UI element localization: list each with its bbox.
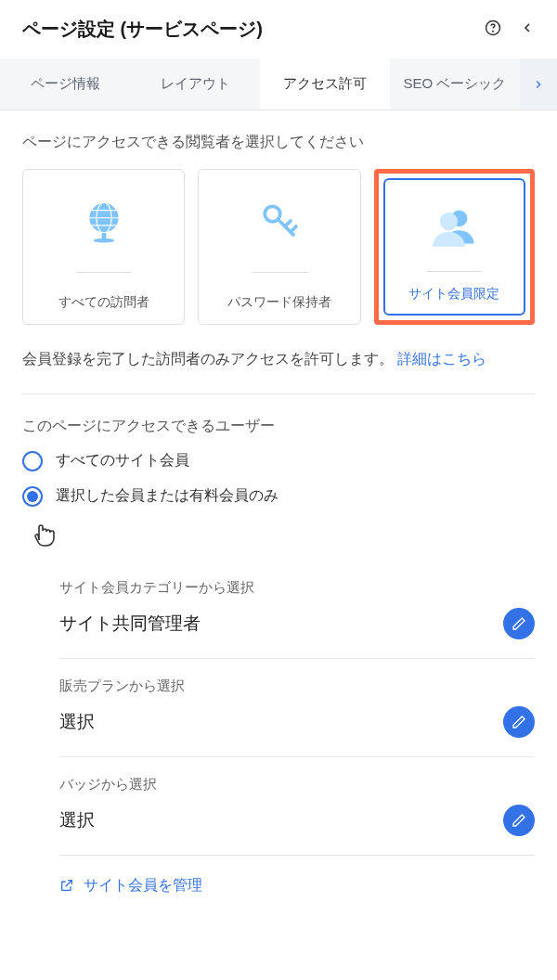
- tabs-next-icon[interactable]: [520, 58, 557, 110]
- selector-caption: サイト会員カテゴリーから選択: [59, 579, 535, 597]
- access-description: 会員登録を完了した訪問者のみアクセスを許可します。 詳細はこちら: [22, 347, 535, 394]
- edit-button[interactable]: [503, 706, 535, 738]
- svg-point-13: [440, 213, 458, 230]
- member-selectors: サイト会員カテゴリーから選択 サイト共同管理者 販売プランから選択 選択 バッジ…: [22, 561, 535, 896]
- radio-label: 選択した会員または有料会員のみ: [56, 486, 278, 506]
- selector-value: サイト共同管理者: [59, 612, 201, 636]
- manage-members-link[interactable]: サイト会員を管理: [59, 856, 535, 896]
- header-actions: [485, 19, 535, 40]
- cursor-pointer-icon: [30, 516, 535, 551]
- selector-plan: 販売プランから選択 選択: [59, 659, 535, 757]
- selector-value: 選択: [59, 808, 95, 832]
- back-icon[interactable]: [520, 20, 535, 39]
- svg-point-1: [493, 31, 494, 32]
- card-divider: [76, 272, 132, 273]
- tab-bar: ページ情報 レイアウト アクセス許可 SEO ベーシック: [0, 58, 557, 110]
- access-prompt: ページにアクセスできる閲覧者を選択してください: [22, 133, 535, 152]
- globe-icon: [80, 188, 128, 253]
- users-heading: このページにアクセスできるユーザー: [22, 417, 535, 436]
- external-link-icon: [59, 878, 74, 893]
- tab-layout[interactable]: レイアウト: [130, 58, 260, 110]
- card-all-visitors[interactable]: すべての訪問者: [22, 169, 185, 325]
- radio-selected-members[interactable]: 選択した会員または有料会員のみ: [22, 486, 535, 507]
- content-area: ページにアクセスできる閲覧者を選択してください すべての訪問者: [0, 110, 557, 918]
- help-icon[interactable]: [485, 19, 501, 40]
- selector-value: 選択: [59, 710, 95, 734]
- selector-category: サイト会員カテゴリーから選択 サイト共同管理者: [59, 561, 535, 659]
- page-title: ページ設定 (サービスページ): [22, 17, 263, 42]
- edit-button[interactable]: [503, 608, 535, 639]
- card-label: サイト会員限定: [408, 286, 499, 303]
- learn-more-link[interactable]: 詳細はこちら: [397, 351, 486, 367]
- radio-label: すべてのサイト会員: [56, 451, 189, 471]
- key-icon: [257, 188, 302, 253]
- svg-point-7: [93, 239, 114, 243]
- tab-page-info[interactable]: ページ情報: [0, 58, 130, 110]
- radio-all-members[interactable]: すべてのサイト会員: [22, 451, 535, 471]
- card-password[interactable]: パスワード保持者: [198, 169, 360, 325]
- card-members-only[interactable]: サイト会員限定: [383, 178, 525, 316]
- highlighted-card-wrapper: サイト会員限定: [374, 169, 535, 325]
- card-label: すべての訪問者: [58, 294, 149, 311]
- members-icon: [428, 195, 480, 260]
- visitor-type-cards: すべての訪問者 パスワード保持者: [22, 169, 535, 325]
- tab-seo[interactable]: SEO ベーシック: [390, 58, 520, 110]
- radio-icon: [22, 486, 43, 507]
- selector-caption: 販売プランから選択: [59, 677, 535, 695]
- radio-icon: [22, 451, 43, 471]
- svg-line-11: [291, 226, 296, 232]
- edit-button[interactable]: [503, 805, 535, 836]
- selector-caption: バッジから選択: [59, 776, 535, 793]
- card-divider: [426, 271, 482, 272]
- desc-text: 会員登録を完了した訪問者のみアクセスを許可します。: [22, 351, 394, 367]
- svg-line-10: [285, 221, 291, 226]
- card-divider: [252, 272, 307, 273]
- manage-link-label: サイト会員を管理: [84, 876, 202, 896]
- card-label: パスワード保持者: [227, 294, 331, 311]
- svg-rect-6: [101, 233, 106, 239]
- tab-access[interactable]: アクセス許可: [260, 58, 390, 110]
- selector-badge: バッジから選択 選択: [59, 757, 535, 856]
- panel-header: ページ設定 (サービスページ): [0, 0, 557, 58]
